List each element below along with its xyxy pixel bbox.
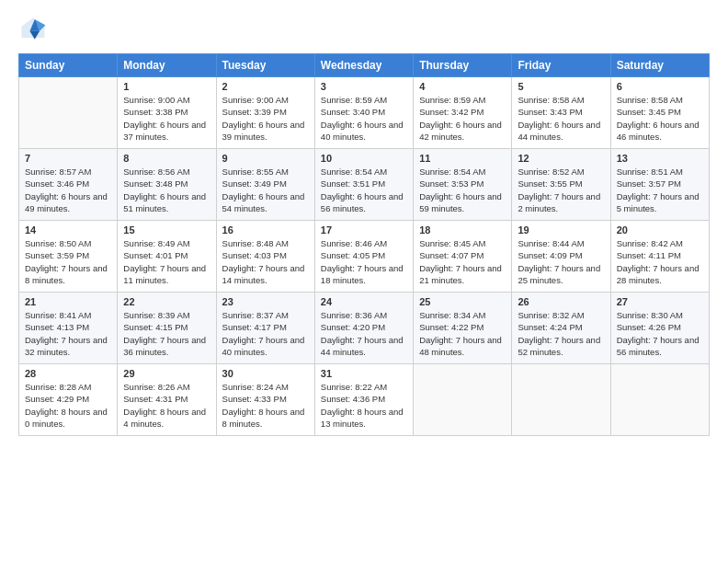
calendar-cell: 14 Sunrise: 8:50 AM Sunset: 3:59 PM Dayl…: [19, 221, 118, 293]
day-info: Sunrise: 8:37 AM Sunset: 4:17 PM Dayligh…: [222, 309, 309, 358]
sunset-label: Sunset: 3:48 PM: [123, 178, 188, 189]
day-info: Sunrise: 8:36 AM Sunset: 4:20 PM Dayligh…: [321, 309, 407, 358]
calendar-cell: 25 Sunrise: 8:34 AM Sunset: 4:22 PM Dayl…: [414, 293, 512, 364]
sunrise-label: Sunrise: 8:37 AM: [222, 310, 289, 320]
sunrise-label: Sunrise: 8:56 AM: [123, 167, 189, 177]
day-number: 3: [321, 81, 407, 92]
sunset-label: Sunset: 3:55 PM: [518, 178, 582, 189]
sunset-label: Sunset: 4:03 PM: [222, 250, 287, 260]
sunset-label: Sunset: 3:46 PM: [25, 178, 89, 189]
sunrise-label: Sunrise: 8:26 AM: [123, 382, 189, 392]
calendar-week-row: 1 Sunrise: 9:00 AM Sunset: 3:38 PM Dayli…: [19, 77, 710, 149]
calendar-cell: 16 Sunrise: 8:48 AM Sunset: 4:03 PM Dayl…: [216, 221, 314, 293]
calendar-cell: 1 Sunrise: 9:00 AM Sunset: 3:38 PM Dayli…: [118, 77, 216, 149]
day-info: Sunrise: 8:59 AM Sunset: 3:40 PM Dayligh…: [321, 94, 407, 143]
calendar-cell: 11 Sunrise: 8:54 AM Sunset: 3:53 PM Dayl…: [414, 149, 512, 221]
daylight-label: Daylight: 7 hours and 21 minutes.: [419, 263, 502, 285]
day-info: Sunrise: 8:42 AM Sunset: 4:11 PM Dayligh…: [617, 237, 703, 286]
sunrise-label: Sunrise: 8:50 AM: [25, 238, 91, 248]
daylight-label: Daylight: 7 hours and 40 minutes.: [222, 335, 305, 357]
day-number: 12: [518, 153, 604, 164]
calendar-cell: 19 Sunrise: 8:44 AM Sunset: 4:09 PM Dayl…: [512, 221, 610, 293]
calendar-cell: 20 Sunrise: 8:42 AM Sunset: 4:11 PM Dayl…: [610, 221, 709, 293]
sunset-label: Sunset: 4:15 PM: [123, 322, 188, 332]
sunset-label: Sunset: 3:42 PM: [419, 107, 483, 117]
calendar-cell: 21 Sunrise: 8:41 AM Sunset: 4:13 PM Dayl…: [19, 293, 118, 364]
sunrise-label: Sunrise: 8:54 AM: [419, 167, 485, 177]
day-info: Sunrise: 8:55 AM Sunset: 3:49 PM Dayligh…: [222, 166, 309, 214]
daylight-label: Daylight: 6 hours and 59 minutes.: [419, 191, 502, 213]
sunset-label: Sunset: 3:39 PM: [222, 107, 287, 117]
day-info: Sunrise: 8:54 AM Sunset: 3:53 PM Dayligh…: [419, 166, 506, 214]
day-number: 1: [123, 81, 210, 92]
calendar-cell: [512, 364, 610, 436]
sunset-label: Sunset: 4:11 PM: [617, 250, 681, 260]
sunset-label: Sunset: 4:07 PM: [419, 250, 483, 260]
sunrise-label: Sunrise: 8:59 AM: [419, 95, 485, 105]
sunrise-label: Sunrise: 8:46 AM: [321, 238, 387, 248]
day-info: Sunrise: 8:50 AM Sunset: 3:59 PM Dayligh…: [25, 237, 111, 286]
calendar-cell: 31 Sunrise: 8:22 AM Sunset: 4:36 PM Dayl…: [314, 364, 413, 436]
day-info: Sunrise: 8:41 AM Sunset: 4:13 PM Dayligh…: [25, 309, 111, 358]
daylight-label: Daylight: 7 hours and 44 minutes.: [321, 335, 404, 357]
calendar-cell: 10 Sunrise: 8:54 AM Sunset: 3:51 PM Dayl…: [314, 149, 413, 221]
logo-icon: [18, 15, 48, 44]
day-info: Sunrise: 8:34 AM Sunset: 4:22 PM Dayligh…: [419, 309, 506, 358]
sunrise-label: Sunrise: 8:44 AM: [518, 238, 584, 248]
daylight-label: Daylight: 7 hours and 36 minutes.: [123, 335, 206, 357]
day-number: 6: [617, 81, 703, 92]
day-info: Sunrise: 8:58 AM Sunset: 3:45 PM Dayligh…: [617, 94, 703, 143]
daylight-label: Daylight: 7 hours and 5 minutes.: [617, 191, 700, 213]
sunset-label: Sunset: 4:01 PM: [123, 250, 188, 260]
daylight-label: Daylight: 7 hours and 2 minutes.: [518, 191, 600, 213]
day-number: 10: [321, 153, 407, 164]
sunset-label: Sunset: 3:43 PM: [518, 107, 582, 117]
sunset-label: Sunset: 4:17 PM: [222, 322, 287, 332]
calendar-cell: 4 Sunrise: 8:59 AM Sunset: 3:42 PM Dayli…: [414, 77, 512, 149]
sunrise-label: Sunrise: 9:00 AM: [222, 95, 289, 105]
sunset-label: Sunset: 3:49 PM: [222, 178, 287, 189]
sunrise-label: Sunrise: 8:22 AM: [321, 382, 387, 392]
daylight-label: Daylight: 6 hours and 39 minutes.: [222, 120, 305, 142]
calendar-cell: 3 Sunrise: 8:59 AM Sunset: 3:40 PM Dayli…: [314, 77, 413, 149]
weekday-header: Saturday: [610, 54, 709, 77]
calendar-week-row: 14 Sunrise: 8:50 AM Sunset: 3:59 PM Dayl…: [19, 221, 710, 293]
daylight-label: Daylight: 6 hours and 40 minutes.: [321, 120, 404, 142]
daylight-label: Daylight: 6 hours and 44 minutes.: [518, 120, 600, 142]
calendar-cell: 26 Sunrise: 8:32 AM Sunset: 4:24 PM Dayl…: [512, 293, 610, 364]
sunset-label: Sunset: 4:22 PM: [419, 322, 483, 332]
daylight-label: Daylight: 7 hours and 48 minutes.: [419, 335, 502, 357]
sunrise-label: Sunrise: 8:57 AM: [25, 167, 91, 177]
sunset-label: Sunset: 3:59 PM: [25, 250, 89, 260]
day-info: Sunrise: 8:30 AM Sunset: 4:26 PM Dayligh…: [617, 309, 703, 358]
sunrise-label: Sunrise: 8:48 AM: [222, 238, 289, 248]
sunrise-label: Sunrise: 8:34 AM: [419, 310, 485, 320]
day-number: 16: [222, 224, 309, 236]
day-number: 31: [321, 368, 407, 379]
sunrise-label: Sunrise: 8:32 AM: [518, 310, 584, 320]
calendar-cell: 23 Sunrise: 8:37 AM Sunset: 4:17 PM Dayl…: [216, 293, 314, 364]
daylight-label: Daylight: 8 hours and 4 minutes.: [123, 407, 206, 429]
day-info: Sunrise: 9:00 AM Sunset: 3:39 PM Dayligh…: [222, 94, 309, 143]
calendar-cell: 24 Sunrise: 8:36 AM Sunset: 4:20 PM Dayl…: [314, 293, 413, 364]
day-number: 18: [419, 224, 506, 236]
calendar-cell: 2 Sunrise: 9:00 AM Sunset: 3:39 PM Dayli…: [216, 77, 314, 149]
day-number: 27: [617, 296, 703, 307]
sunrise-label: Sunrise: 8:42 AM: [617, 238, 683, 248]
weekday-header: Tuesday: [216, 54, 314, 77]
sunset-label: Sunset: 4:26 PM: [617, 322, 681, 332]
day-info: Sunrise: 8:32 AM Sunset: 4:24 PM Dayligh…: [518, 309, 604, 358]
daylight-label: Daylight: 7 hours and 18 minutes.: [321, 263, 404, 285]
calendar-week-row: 21 Sunrise: 8:41 AM Sunset: 4:13 PM Dayl…: [19, 293, 710, 364]
day-info: Sunrise: 8:58 AM Sunset: 3:43 PM Dayligh…: [518, 94, 604, 143]
daylight-label: Daylight: 6 hours and 37 minutes.: [123, 120, 206, 142]
day-info: Sunrise: 8:57 AM Sunset: 3:46 PM Dayligh…: [25, 166, 111, 214]
sunset-label: Sunset: 4:29 PM: [25, 394, 89, 404]
daylight-label: Daylight: 6 hours and 56 minutes.: [321, 191, 404, 213]
sunrise-label: Sunrise: 8:58 AM: [617, 95, 683, 105]
sunrise-label: Sunrise: 8:28 AM: [25, 382, 91, 392]
sunset-label: Sunset: 4:24 PM: [518, 322, 582, 332]
calendar-cell: 12 Sunrise: 8:52 AM Sunset: 3:55 PM Dayl…: [512, 149, 610, 221]
day-info: Sunrise: 9:00 AM Sunset: 3:38 PM Dayligh…: [123, 94, 210, 143]
day-info: Sunrise: 8:45 AM Sunset: 4:07 PM Dayligh…: [419, 237, 506, 286]
